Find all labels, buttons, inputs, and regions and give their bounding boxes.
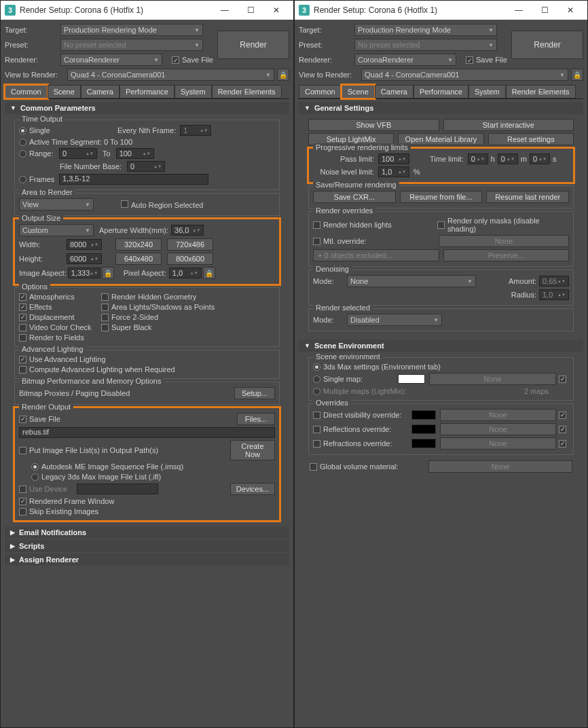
tab-system[interactable]: System bbox=[468, 85, 506, 98]
dvo-checkbox[interactable] bbox=[313, 412, 320, 419]
single-radio[interactable] bbox=[19, 127, 26, 134]
open-mtl-lib-button[interactable]: Open Material Library bbox=[398, 133, 483, 145]
gvm-checkbox[interactable] bbox=[310, 463, 317, 471]
reset-settings-button[interactable]: Reset settings bbox=[488, 133, 574, 145]
tab-render-elements[interactable]: Render Elements bbox=[506, 85, 576, 98]
time-s-spinner[interactable]: 0▲▼ bbox=[530, 153, 550, 164]
height-spinner[interactable]: 6000▲▼ bbox=[67, 253, 102, 264]
minimize-icon[interactable]: — bbox=[506, 1, 532, 20]
active-radio[interactable] bbox=[19, 139, 26, 146]
comp-adv-checkbox[interactable] bbox=[19, 366, 26, 374]
resume-file-button[interactable]: Resume from file... bbox=[400, 191, 483, 203]
tab-common[interactable]: Common bbox=[299, 85, 342, 98]
rfw-checkbox[interactable] bbox=[19, 498, 26, 505]
tab-system[interactable]: System bbox=[174, 85, 212, 98]
preset-720x486-button[interactable]: 720x486 bbox=[167, 238, 213, 251]
tab-render-elements[interactable]: Render Elements bbox=[212, 85, 282, 98]
tab-scene[interactable]: Scene bbox=[48, 85, 81, 98]
pass-limit-spinner[interactable]: 100▲▼ bbox=[378, 153, 409, 164]
ref-swatch[interactable] bbox=[411, 424, 436, 434]
render-button[interactable]: Render bbox=[511, 31, 583, 59]
denoise-amount-spinner[interactable]: 0,65▲▼ bbox=[539, 276, 569, 287]
create-now-button[interactable]: Create Now bbox=[230, 440, 275, 460]
preserve-button[interactable]: Preserve... bbox=[443, 249, 570, 261]
savefile-checkbox[interactable] bbox=[172, 56, 179, 64]
leg-radio[interactable] bbox=[31, 473, 39, 481]
close-icon[interactable]: ✕ bbox=[557, 1, 583, 20]
dvo-enable-checkbox[interactable] bbox=[559, 412, 566, 419]
assign-rollup[interactable]: ▶Assign Renderer bbox=[5, 553, 289, 566]
vcc-checkbox[interactable] bbox=[19, 324, 26, 331]
renderer-dropdown[interactable]: CoronaRenderer▼ bbox=[60, 54, 162, 66]
ro-savefile-checkbox[interactable] bbox=[19, 416, 26, 423]
use-device-checkbox[interactable] bbox=[19, 486, 26, 493]
atm-checkbox[interactable] bbox=[19, 293, 26, 301]
ref-checkbox[interactable] bbox=[313, 426, 320, 433]
dvo-none-button[interactable]: None bbox=[440, 409, 556, 421]
mtl-none-button[interactable]: None bbox=[439, 235, 569, 247]
preset-800x600-button[interactable]: 800x600 bbox=[167, 253, 213, 265]
frames-input[interactable]: 1,3,5-12 bbox=[59, 174, 208, 185]
every-nth-spinner[interactable]: 1▲▼ bbox=[180, 125, 211, 136]
general-settings-header[interactable]: ▼General Settings bbox=[299, 102, 583, 114]
image-aspect-spinner[interactable]: 1,333▲▼ bbox=[68, 268, 100, 278]
email-rollup[interactable]: ▶Email Notifications bbox=[5, 526, 289, 539]
tab-performance[interactable]: Performance bbox=[120, 85, 174, 98]
sb-checkbox[interactable] bbox=[101, 324, 109, 331]
renderer-dropdown[interactable]: CoronaRenderer▼ bbox=[354, 54, 456, 66]
files-button[interactable]: Files... bbox=[237, 413, 275, 425]
resume-last-button[interactable]: Resume last render bbox=[486, 191, 569, 203]
preset-dropdown[interactable]: No preset selected▼ bbox=[354, 39, 497, 51]
target-dropdown[interactable]: Production Rendering Mode▼ bbox=[354, 24, 497, 36]
file-number-spinner[interactable]: 0▲▼ bbox=[127, 161, 165, 172]
maximize-icon[interactable]: ☐ bbox=[238, 1, 263, 20]
show-vfb-button[interactable]: Show VFB bbox=[308, 119, 439, 131]
pixel-aspect-spinner[interactable]: 1,0▲▼ bbox=[169, 268, 202, 278]
disp-checkbox[interactable] bbox=[19, 314, 26, 321]
target-dropdown[interactable]: Production Rendering Mode▼ bbox=[60, 24, 203, 36]
ref-none-button[interactable]: None bbox=[440, 423, 556, 435]
aspect-lock-icon[interactable]: 🔒 bbox=[102, 267, 114, 279]
sm-enable-checkbox[interactable] bbox=[559, 376, 566, 383]
view-dropdown[interactable]: Quad 4 - CoronaCamera001▼ bbox=[67, 69, 274, 81]
ame-radio[interactable] bbox=[31, 463, 39, 471]
titlebar[interactable]: 3 Render Setup: Corona 6 (Hotfix 1) — ☐ … bbox=[295, 1, 587, 20]
frames-radio[interactable] bbox=[19, 176, 26, 183]
gvm-none-button[interactable]: None bbox=[428, 460, 572, 473]
start-interactive-button[interactable]: Start interactive bbox=[443, 119, 574, 131]
singlemap-radio[interactable] bbox=[313, 376, 320, 383]
denoise-mode-dropdown[interactable]: None▼ bbox=[347, 275, 476, 287]
preset-640x480-button[interactable]: 640x480 bbox=[115, 253, 162, 265]
width-spinner[interactable]: 8000▲▼ bbox=[67, 239, 102, 250]
exclude-button[interactable]: + 0 objects excluded... bbox=[313, 249, 439, 261]
tab-performance[interactable]: Performance bbox=[414, 85, 468, 98]
scripts-rollup[interactable]: ▶Scripts bbox=[5, 540, 289, 552]
bmp-setup-button[interactable]: Setup... bbox=[234, 387, 275, 399]
maxsettings-radio[interactable] bbox=[313, 363, 320, 371]
area-dropdown[interactable]: View▼ bbox=[19, 198, 94, 211]
range-from-spinner[interactable]: 0▲▼ bbox=[59, 148, 97, 159]
skip-checkbox[interactable] bbox=[19, 508, 26, 515]
dvo-swatch[interactable] bbox=[411, 410, 436, 420]
singlemap-none-button[interactable]: None bbox=[429, 373, 556, 385]
common-params-header[interactable]: ▼Common Parameters bbox=[5, 102, 289, 114]
range-radio[interactable] bbox=[19, 150, 26, 158]
titlebar[interactable]: 3 Render Setup: Corona 6 (Hotfix 1) — ☐ … bbox=[1, 1, 293, 20]
color-swatch[interactable] bbox=[398, 374, 425, 384]
render-button[interactable]: Render bbox=[217, 31, 289, 59]
als-checkbox[interactable] bbox=[101, 304, 109, 311]
refr-enable-checkbox[interactable] bbox=[559, 440, 566, 448]
rhl-checkbox[interactable] bbox=[313, 221, 320, 229]
refr-checkbox[interactable] bbox=[313, 440, 320, 448]
multimap-radio[interactable] bbox=[313, 388, 320, 395]
use-adv-checkbox[interactable] bbox=[19, 356, 26, 363]
lock-icon[interactable]: 🔒 bbox=[277, 69, 289, 81]
rhg-checkbox[interactable] bbox=[101, 293, 109, 301]
eff-checkbox[interactable] bbox=[19, 304, 26, 311]
refr-none-button[interactable]: None bbox=[440, 437, 556, 450]
devices-button[interactable]: Devices... bbox=[230, 483, 275, 495]
preset-320x240-button[interactable]: 320x240 bbox=[115, 238, 162, 251]
tab-camera[interactable]: Camera bbox=[81, 85, 120, 98]
scene-env-header[interactable]: ▼Scene Environment bbox=[299, 340, 583, 352]
rtf-checkbox[interactable] bbox=[19, 334, 26, 342]
